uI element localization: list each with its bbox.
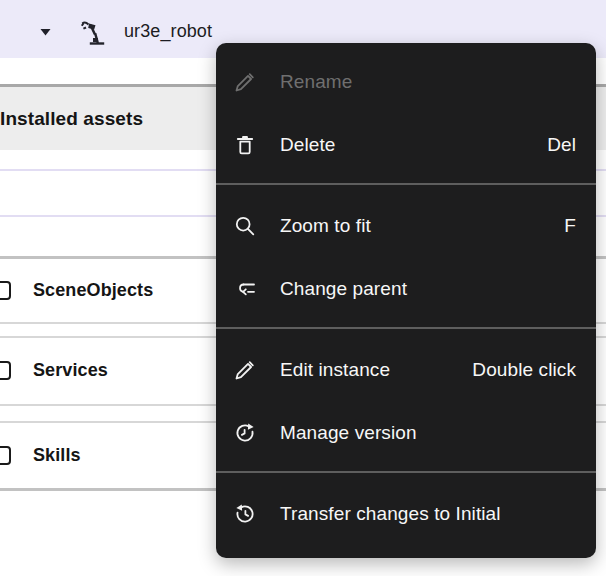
- caret-down-icon[interactable]: [40, 28, 51, 36]
- menu-item-transfer-changes[interactable]: Transfer changes to Initial: [216, 482, 596, 545]
- menu-item-shortcut: Double click: [472, 359, 576, 381]
- menu-item-zoom-to-fit[interactable]: Zoom to fitF: [216, 194, 596, 257]
- trash-icon: [233, 133, 257, 157]
- menu-item-delete[interactable]: DeleteDel: [216, 113, 596, 176]
- menu-item-rename: Rename: [216, 50, 596, 113]
- checkbox[interactable]: [0, 281, 11, 300]
- asset-row-label: Skills: [33, 445, 81, 466]
- menu-item-change-parent[interactable]: Change parent: [216, 257, 596, 320]
- menu-item-label: Delete: [280, 134, 336, 156]
- checkbox[interactable]: [0, 446, 11, 465]
- context-menu: RenameDeleteDelZoom to fitFChange parent…: [216, 43, 596, 558]
- menu-separator: [216, 471, 596, 473]
- menu-separator: [216, 327, 596, 329]
- asset-row-label: SceneObjects: [33, 280, 153, 301]
- menu-item-label: Change parent: [280, 278, 407, 300]
- checkbox[interactable]: [0, 361, 11, 380]
- clock-refresh-icon: [233, 421, 257, 445]
- robot-arm-icon: [80, 16, 112, 48]
- menu-item-label: Rename: [280, 71, 352, 93]
- entity-name-label: ur3e_robot: [124, 0, 212, 58]
- pencil-icon: [233, 70, 257, 94]
- menu-item-label: Transfer changes to Initial: [280, 503, 501, 525]
- section-title: Installed assets: [0, 87, 143, 150]
- pencil-icon: [233, 358, 257, 382]
- menu-item-label: Edit instance: [280, 359, 390, 381]
- change-parent-icon: [233, 277, 257, 301]
- app-screen: ur3e_robot Installed assets SceneObjects…: [0, 0, 606, 576]
- magnifier-icon: [233, 214, 257, 238]
- menu-item-edit-instance[interactable]: Edit instanceDouble click: [216, 338, 596, 401]
- menu-item-shortcut: Del: [547, 134, 576, 156]
- menu-item-manage-version[interactable]: Manage version: [216, 401, 596, 464]
- menu-item-label: Zoom to fit: [280, 215, 371, 237]
- asset-row-label: Services: [33, 360, 108, 381]
- menu-separator: [216, 183, 596, 185]
- menu-item-label: Manage version: [280, 422, 417, 444]
- menu-item-shortcut: F: [564, 215, 576, 237]
- history-icon: [233, 502, 257, 526]
